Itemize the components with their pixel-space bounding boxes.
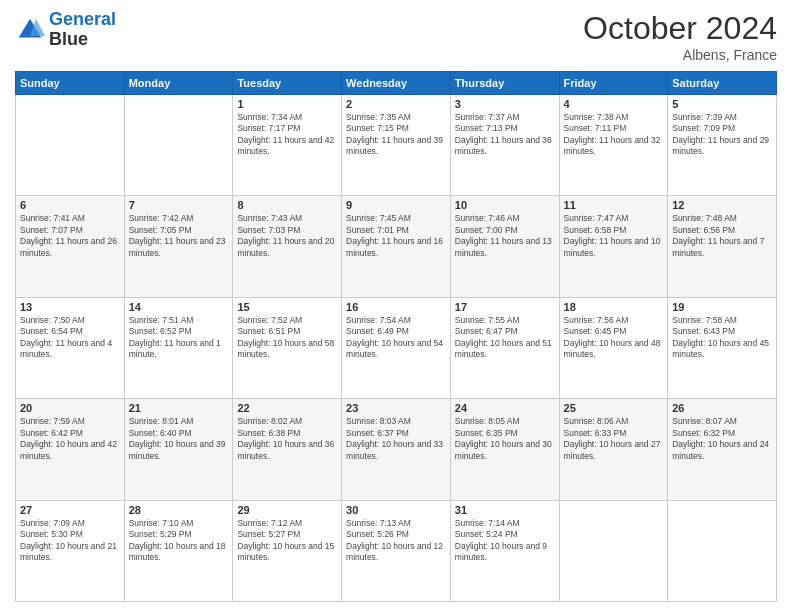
weekday-header: Tuesday bbox=[233, 72, 342, 95]
day-info: Sunrise: 7:37 AM Sunset: 7:13 PM Dayligh… bbox=[455, 112, 555, 158]
calendar-week-row: 20Sunrise: 7:59 AM Sunset: 6:42 PM Dayli… bbox=[16, 399, 777, 500]
weekday-header: Wednesday bbox=[342, 72, 451, 95]
day-number: 16 bbox=[346, 301, 446, 313]
calendar-day-cell: 28Sunrise: 7:10 AM Sunset: 5:29 PM Dayli… bbox=[124, 500, 233, 601]
day-number: 9 bbox=[346, 199, 446, 211]
day-number: 14 bbox=[129, 301, 229, 313]
calendar-day-cell bbox=[16, 95, 125, 196]
calendar-day-cell: 13Sunrise: 7:50 AM Sunset: 6:54 PM Dayli… bbox=[16, 297, 125, 398]
day-number: 27 bbox=[20, 504, 120, 516]
day-info: Sunrise: 7:35 AM Sunset: 7:15 PM Dayligh… bbox=[346, 112, 446, 158]
calendar-day-cell: 9Sunrise: 7:45 AM Sunset: 7:01 PM Daylig… bbox=[342, 196, 451, 297]
day-number: 10 bbox=[455, 199, 555, 211]
calendar-week-row: 13Sunrise: 7:50 AM Sunset: 6:54 PM Dayli… bbox=[16, 297, 777, 398]
day-info: Sunrise: 7:51 AM Sunset: 6:52 PM Dayligh… bbox=[129, 315, 229, 361]
day-number: 25 bbox=[564, 402, 664, 414]
calendar-day-cell: 21Sunrise: 8:01 AM Sunset: 6:40 PM Dayli… bbox=[124, 399, 233, 500]
weekday-header: Saturday bbox=[668, 72, 777, 95]
day-number: 17 bbox=[455, 301, 555, 313]
day-info: Sunrise: 7:12 AM Sunset: 5:27 PM Dayligh… bbox=[237, 518, 337, 564]
day-info: Sunrise: 7:50 AM Sunset: 6:54 PM Dayligh… bbox=[20, 315, 120, 361]
day-info: Sunrise: 7:55 AM Sunset: 6:47 PM Dayligh… bbox=[455, 315, 555, 361]
calendar-day-cell: 26Sunrise: 8:07 AM Sunset: 6:32 PM Dayli… bbox=[668, 399, 777, 500]
day-info: Sunrise: 7:38 AM Sunset: 7:11 PM Dayligh… bbox=[564, 112, 664, 158]
day-number: 13 bbox=[20, 301, 120, 313]
day-info: Sunrise: 7:45 AM Sunset: 7:01 PM Dayligh… bbox=[346, 213, 446, 259]
calendar-day-cell: 4Sunrise: 7:38 AM Sunset: 7:11 PM Daylig… bbox=[559, 95, 668, 196]
day-info: Sunrise: 7:41 AM Sunset: 7:07 PM Dayligh… bbox=[20, 213, 120, 259]
day-number: 22 bbox=[237, 402, 337, 414]
calendar-day-cell: 14Sunrise: 7:51 AM Sunset: 6:52 PM Dayli… bbox=[124, 297, 233, 398]
day-info: Sunrise: 7:34 AM Sunset: 7:17 PM Dayligh… bbox=[237, 112, 337, 158]
weekday-header: Thursday bbox=[450, 72, 559, 95]
day-number: 3 bbox=[455, 98, 555, 110]
day-info: Sunrise: 8:01 AM Sunset: 6:40 PM Dayligh… bbox=[129, 416, 229, 462]
calendar-day-cell: 27Sunrise: 7:09 AM Sunset: 5:30 PM Dayli… bbox=[16, 500, 125, 601]
day-number: 5 bbox=[672, 98, 772, 110]
calendar-day-cell: 3Sunrise: 7:37 AM Sunset: 7:13 PM Daylig… bbox=[450, 95, 559, 196]
calendar-day-cell: 29Sunrise: 7:12 AM Sunset: 5:27 PM Dayli… bbox=[233, 500, 342, 601]
calendar-day-cell: 24Sunrise: 8:05 AM Sunset: 6:35 PM Dayli… bbox=[450, 399, 559, 500]
calendar-day-cell: 10Sunrise: 7:46 AM Sunset: 7:00 PM Dayli… bbox=[450, 196, 559, 297]
day-number: 30 bbox=[346, 504, 446, 516]
day-info: Sunrise: 7:46 AM Sunset: 7:00 PM Dayligh… bbox=[455, 213, 555, 259]
weekday-header: Friday bbox=[559, 72, 668, 95]
day-number: 29 bbox=[237, 504, 337, 516]
day-number: 23 bbox=[346, 402, 446, 414]
title-block: October 2024 Albens, France bbox=[583, 10, 777, 63]
calendar-day-cell bbox=[668, 500, 777, 601]
location: Albens, France bbox=[583, 47, 777, 63]
day-info: Sunrise: 7:59 AM Sunset: 6:42 PM Dayligh… bbox=[20, 416, 120, 462]
calendar-day-cell: 16Sunrise: 7:54 AM Sunset: 6:49 PM Dayli… bbox=[342, 297, 451, 398]
day-info: Sunrise: 7:47 AM Sunset: 6:58 PM Dayligh… bbox=[564, 213, 664, 259]
calendar-day-cell: 8Sunrise: 7:43 AM Sunset: 7:03 PM Daylig… bbox=[233, 196, 342, 297]
day-info: Sunrise: 8:06 AM Sunset: 6:33 PM Dayligh… bbox=[564, 416, 664, 462]
day-info: Sunrise: 7:42 AM Sunset: 7:05 PM Dayligh… bbox=[129, 213, 229, 259]
day-info: Sunrise: 7:13 AM Sunset: 5:26 PM Dayligh… bbox=[346, 518, 446, 564]
calendar-day-cell: 15Sunrise: 7:52 AM Sunset: 6:51 PM Dayli… bbox=[233, 297, 342, 398]
logo-icon bbox=[15, 15, 45, 45]
day-number: 4 bbox=[564, 98, 664, 110]
day-info: Sunrise: 7:54 AM Sunset: 6:49 PM Dayligh… bbox=[346, 315, 446, 361]
day-number: 12 bbox=[672, 199, 772, 211]
logo: General Blue bbox=[15, 10, 116, 50]
day-info: Sunrise: 7:09 AM Sunset: 5:30 PM Dayligh… bbox=[20, 518, 120, 564]
day-info: Sunrise: 8:03 AM Sunset: 6:37 PM Dayligh… bbox=[346, 416, 446, 462]
day-number: 2 bbox=[346, 98, 446, 110]
day-number: 18 bbox=[564, 301, 664, 313]
day-info: Sunrise: 7:10 AM Sunset: 5:29 PM Dayligh… bbox=[129, 518, 229, 564]
day-number: 1 bbox=[237, 98, 337, 110]
day-number: 20 bbox=[20, 402, 120, 414]
calendar-day-cell: 25Sunrise: 8:06 AM Sunset: 6:33 PM Dayli… bbox=[559, 399, 668, 500]
calendar-day-cell: 30Sunrise: 7:13 AM Sunset: 5:26 PM Dayli… bbox=[342, 500, 451, 601]
calendar-week-row: 6Sunrise: 7:41 AM Sunset: 7:07 PM Daylig… bbox=[16, 196, 777, 297]
day-number: 31 bbox=[455, 504, 555, 516]
calendar-day-cell: 1Sunrise: 7:34 AM Sunset: 7:17 PM Daylig… bbox=[233, 95, 342, 196]
day-info: Sunrise: 7:52 AM Sunset: 6:51 PM Dayligh… bbox=[237, 315, 337, 361]
calendar-week-row: 1Sunrise: 7:34 AM Sunset: 7:17 PM Daylig… bbox=[16, 95, 777, 196]
month-title: October 2024 bbox=[583, 10, 777, 47]
header: General Blue October 2024 Albens, France bbox=[15, 10, 777, 63]
calendar-day-cell: 22Sunrise: 8:02 AM Sunset: 6:38 PM Dayli… bbox=[233, 399, 342, 500]
calendar-week-row: 27Sunrise: 7:09 AM Sunset: 5:30 PM Dayli… bbox=[16, 500, 777, 601]
calendar-header-row: SundayMondayTuesdayWednesdayThursdayFrid… bbox=[16, 72, 777, 95]
day-info: Sunrise: 8:05 AM Sunset: 6:35 PM Dayligh… bbox=[455, 416, 555, 462]
calendar-day-cell: 18Sunrise: 7:56 AM Sunset: 6:45 PM Dayli… bbox=[559, 297, 668, 398]
calendar-day-cell bbox=[124, 95, 233, 196]
day-number: 26 bbox=[672, 402, 772, 414]
calendar-day-cell: 11Sunrise: 7:47 AM Sunset: 6:58 PM Dayli… bbox=[559, 196, 668, 297]
day-number: 15 bbox=[237, 301, 337, 313]
day-number: 7 bbox=[129, 199, 229, 211]
day-number: 6 bbox=[20, 199, 120, 211]
calendar-day-cell: 7Sunrise: 7:42 AM Sunset: 7:05 PM Daylig… bbox=[124, 196, 233, 297]
calendar-day-cell: 5Sunrise: 7:39 AM Sunset: 7:09 PM Daylig… bbox=[668, 95, 777, 196]
calendar-day-cell: 12Sunrise: 7:48 AM Sunset: 6:56 PM Dayli… bbox=[668, 196, 777, 297]
day-number: 24 bbox=[455, 402, 555, 414]
calendar-table: SundayMondayTuesdayWednesdayThursdayFrid… bbox=[15, 71, 777, 602]
calendar-day-cell: 20Sunrise: 7:59 AM Sunset: 6:42 PM Dayli… bbox=[16, 399, 125, 500]
weekday-header: Sunday bbox=[16, 72, 125, 95]
day-info: Sunrise: 8:07 AM Sunset: 6:32 PM Dayligh… bbox=[672, 416, 772, 462]
day-info: Sunrise: 7:14 AM Sunset: 5:24 PM Dayligh… bbox=[455, 518, 555, 564]
day-number: 11 bbox=[564, 199, 664, 211]
day-number: 19 bbox=[672, 301, 772, 313]
